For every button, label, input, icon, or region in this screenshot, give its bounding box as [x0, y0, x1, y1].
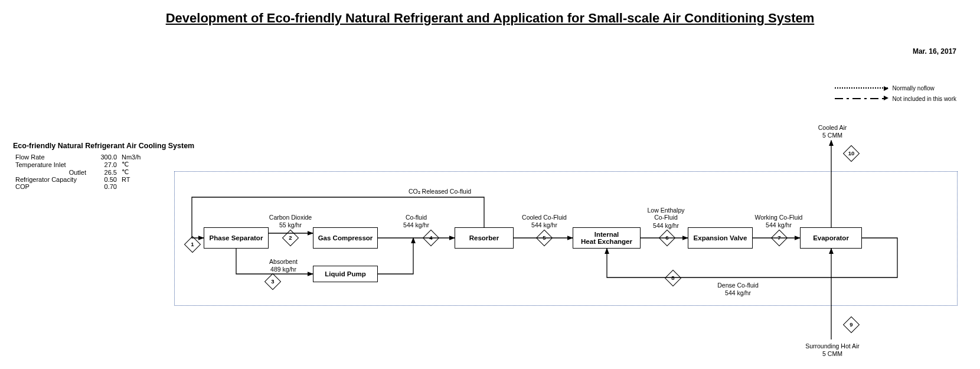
- box-internal-hx: Internal Heat Exchanger: [573, 227, 641, 249]
- legend-line-dotted: [835, 87, 888, 89]
- label-stream-4-rate: 544 kg/hr: [393, 221, 440, 228]
- label-stream-9-name: Surrounding Hot Air: [797, 342, 868, 350]
- label-stream-8-name: Dense Co-fluid: [703, 282, 773, 289]
- parameter-block: Eco-friendly Natural Refrigerant Air Coo…: [13, 142, 194, 190]
- label-stream-6-rate: 544 kg/hr: [642, 222, 690, 229]
- box-resorber: Resorber: [455, 227, 514, 249]
- legend-label-notincluded: Not included in this work: [893, 96, 956, 102]
- label-stream-4-name: Co-fluid: [393, 214, 440, 221]
- label-stream-10-rate: 5 CMM: [797, 132, 868, 139]
- label-stream-5-name: Cooled Co-Fluid: [515, 214, 574, 221]
- legend-line-dashdot: [835, 98, 888, 99]
- box-gas-compressor: Gas Compressor: [313, 227, 378, 249]
- label-stream-10-name: Cooled Air: [797, 124, 868, 131]
- label-stream-3-rate: 489 kg/hr: [257, 266, 310, 273]
- legend: Normally noflow Not included in this wor…: [835, 83, 956, 104]
- param-header: Eco-friendly Natural Refrigerant Air Coo…: [13, 142, 194, 150]
- label-stream-1: CO₂ Released Co-fluid: [351, 188, 528, 195]
- label-stream-8-rate: 544 kg/hr: [703, 289, 773, 296]
- label-stream-2-rate: 55 kg/hr: [267, 221, 314, 228]
- label-stream-7-rate: 544 kg/hr: [752, 221, 805, 228]
- date-label: Mar. 16, 2017: [913, 47, 956, 55]
- label-stream-6-name: Low Enthalpy Co-Fluid: [642, 207, 690, 221]
- label-stream-5-rate: 544 kg/hr: [515, 221, 574, 228]
- page-title: Development of Eco-friendly Natural Refr…: [0, 11, 980, 26]
- param-table: Flow Rate300.0Nm3/h Temperature Inlet27.…: [13, 154, 153, 190]
- box-evaporator: Evaporator: [800, 227, 862, 249]
- stream-marker-9: 9: [843, 316, 860, 333]
- label-stream-2-name: Carbon Dioxide: [267, 214, 314, 221]
- legend-label-noflow: Normally noflow: [893, 85, 935, 92]
- label-stream-3-name: Absorbent: [257, 258, 310, 265]
- box-liquid-pump: Liquid Pump: [313, 266, 378, 282]
- box-expansion-valve: Expansion Valve: [688, 227, 753, 249]
- label-stream-9-rate: 5 CMM: [797, 350, 868, 357]
- box-phase-separator: Phase Separator: [204, 227, 269, 249]
- label-stream-7-name: Working Co-Fluid: [752, 214, 805, 221]
- stream-marker-10: 10: [843, 145, 860, 162]
